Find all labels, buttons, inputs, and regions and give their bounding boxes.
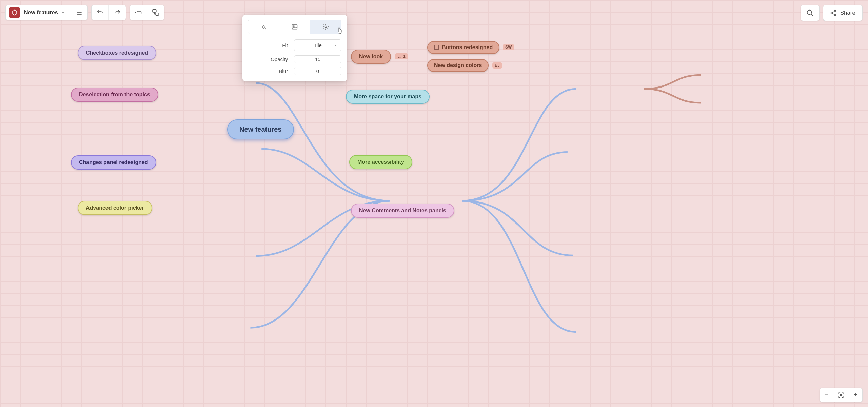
svg-point-10 [831,12,832,14]
node-left-1[interactable]: Deselection from the topics [71,88,158,102]
share-icon [830,9,837,16]
comment-count: 1 [403,54,406,59]
svg-line-8 [811,14,813,16]
zoom-fit-icon [838,392,844,398]
insert-subtopic-button[interactable] [147,6,164,19]
node-right-0[interactable]: New look [351,50,391,64]
checkbox-icon [434,45,439,50]
blur-input[interactable] [307,67,329,75]
comment-badge[interactable]: 1 [395,53,408,59]
opacity-increment[interactable]: + [329,56,341,63]
comment-icon [397,54,402,59]
hamburger-icon [76,9,83,16]
svg-point-9 [834,10,836,12]
insert-topic-icon [135,9,142,16]
app-logo[interactable] [9,7,20,18]
paint-bucket-icon [260,23,267,30]
tag-badge-sw[interactable]: SW [503,44,514,50]
share-label: Share [840,9,855,16]
insert-topic-button[interactable] [130,6,147,19]
fit-label: Fit [248,42,290,48]
menu-button[interactable] [71,6,87,19]
svg-rect-5 [153,10,156,12]
undo-button[interactable] [92,5,108,20]
svg-line-12 [832,11,834,12]
redo-button[interactable] [108,5,126,20]
chevron-down-icon [61,10,65,15]
svg-line-13 [832,13,834,14]
svg-rect-4 [137,11,141,14]
node-left-2[interactable]: Changes panel redesigned [71,155,156,170]
svg-point-15 [293,26,294,27]
zoom-out-button[interactable]: − [820,388,833,402]
blur-increment[interactable]: + [329,67,341,75]
node-right-3[interactable]: New Comments and Notes panels [351,204,454,218]
gear-icon [322,23,329,30]
popup-tab-fill[interactable] [248,20,279,34]
fit-value: Tile [314,42,322,48]
search-button[interactable] [801,5,819,21]
svg-point-3 [135,12,136,13]
svg-point-16 [325,26,327,28]
opacity-decrement[interactable]: − [294,56,307,63]
node-left-3[interactable]: Advanced color picker [78,201,152,215]
blur-stepper: − + [294,67,341,75]
map-title: New features [24,9,58,16]
svg-rect-6 [156,13,159,15]
fit-select[interactable]: Tile [294,39,341,51]
redo-icon [114,9,121,16]
svg-point-7 [807,10,811,15]
search-icon [806,9,814,17]
insert-subtopic-icon [152,9,159,16]
blur-label: Blur [248,68,290,74]
background-settings-popup: Fit Tile Opacity − + Blur − + [242,15,347,81]
node-left-0[interactable]: Checkboxes redesigned [78,46,156,60]
opacity-stepper: − + [294,55,341,63]
zoom-in-button[interactable]: + [849,388,862,402]
undo-icon [96,9,104,16]
popup-tab-image[interactable] [279,20,310,34]
blur-decrement[interactable]: − [294,67,307,75]
node-right-2[interactable]: More accessibility [349,155,412,169]
title-group: New features [5,5,88,20]
node-right-1[interactable]: More space for your maps [346,90,430,104]
node-newlook-child-0[interactable]: Buttons redesigned [427,41,499,54]
zoom-fit-button[interactable] [833,388,849,402]
share-button[interactable]: Share [823,6,862,20]
image-icon [291,23,298,30]
popup-tab-settings[interactable] [310,20,341,34]
node-center[interactable]: New features [227,119,294,139]
opacity-label: Opacity [248,56,290,62]
map-title-dropdown[interactable]: New features [22,6,71,19]
svg-point-11 [834,14,836,16]
opacity-input[interactable] [307,56,329,63]
node-newlook-child-1[interactable]: New design colors [427,59,489,72]
caret-down-icon [334,44,337,47]
tag-badge-ej[interactable]: EJ [492,62,502,69]
